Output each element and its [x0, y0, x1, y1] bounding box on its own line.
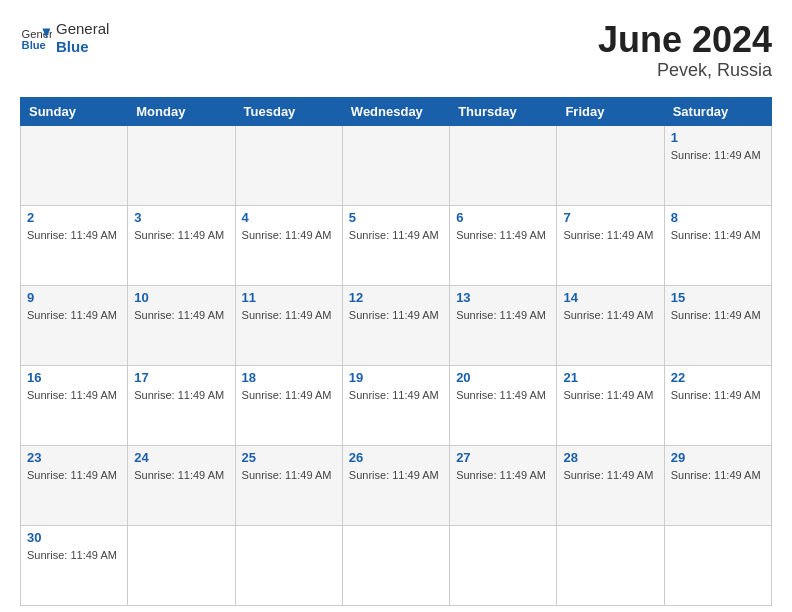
sunrise-text: Sunrise: 11:49 AM: [563, 469, 653, 481]
calendar-cell: 20Sunrise: 11:49 AM: [450, 365, 557, 445]
sunrise-text: Sunrise: 11:49 AM: [671, 469, 761, 481]
calendar-header-tuesday: Tuesday: [235, 97, 342, 125]
day-number: 21: [563, 370, 657, 385]
day-number: 16: [27, 370, 121, 385]
sunrise-text: Sunrise: 11:49 AM: [134, 309, 224, 321]
day-number: 7: [563, 210, 657, 225]
sunrise-text: Sunrise: 11:49 AM: [27, 469, 117, 481]
calendar-header-sunday: Sunday: [21, 97, 128, 125]
calendar-week-row: 1Sunrise: 11:49 AM: [21, 125, 772, 205]
sunrise-text: Sunrise: 11:49 AM: [456, 389, 546, 401]
calendar-header-wednesday: Wednesday: [342, 97, 449, 125]
calendar-cell: 13Sunrise: 11:49 AM: [450, 285, 557, 365]
day-number: 9: [27, 290, 121, 305]
sunrise-text: Sunrise: 11:49 AM: [242, 229, 332, 241]
sunrise-text: Sunrise: 11:49 AM: [563, 309, 653, 321]
day-number: 2: [27, 210, 121, 225]
sunrise-text: Sunrise: 11:49 AM: [671, 389, 761, 401]
day-number: 25: [242, 450, 336, 465]
sunrise-text: Sunrise: 11:49 AM: [134, 469, 224, 481]
month-year-title: June 2024: [598, 20, 772, 60]
day-number: 20: [456, 370, 550, 385]
sunrise-text: Sunrise: 11:49 AM: [563, 389, 653, 401]
calendar-cell: 22Sunrise: 11:49 AM: [664, 365, 771, 445]
sunrise-text: Sunrise: 11:49 AM: [349, 469, 439, 481]
day-number: 14: [563, 290, 657, 305]
day-number: 18: [242, 370, 336, 385]
sunrise-text: Sunrise: 11:49 AM: [242, 309, 332, 321]
sunrise-text: Sunrise: 11:49 AM: [242, 389, 332, 401]
calendar-week-row: 16Sunrise: 11:49 AM17Sunrise: 11:49 AM18…: [21, 365, 772, 445]
calendar-cell: 30Sunrise: 11:49 AM: [21, 525, 128, 605]
day-number: 24: [134, 450, 228, 465]
calendar-cell: 24Sunrise: 11:49 AM: [128, 445, 235, 525]
calendar-cell: [557, 525, 664, 605]
sunrise-text: Sunrise: 11:49 AM: [456, 229, 546, 241]
sunrise-text: Sunrise: 11:49 AM: [27, 309, 117, 321]
day-number: 30: [27, 530, 121, 545]
sunrise-text: Sunrise: 11:49 AM: [27, 549, 117, 561]
sunrise-text: Sunrise: 11:49 AM: [456, 309, 546, 321]
calendar-cell: 26Sunrise: 11:49 AM: [342, 445, 449, 525]
day-number: 10: [134, 290, 228, 305]
day-number: 22: [671, 370, 765, 385]
sunrise-text: Sunrise: 11:49 AM: [671, 309, 761, 321]
sunrise-text: Sunrise: 11:49 AM: [563, 229, 653, 241]
sunrise-text: Sunrise: 11:49 AM: [242, 469, 332, 481]
calendar-header-friday: Friday: [557, 97, 664, 125]
svg-text:Blue: Blue: [22, 39, 46, 51]
day-number: 17: [134, 370, 228, 385]
calendar-cell: 3Sunrise: 11:49 AM: [128, 205, 235, 285]
logo: General Blue General Blue: [20, 20, 109, 56]
sunrise-text: Sunrise: 11:49 AM: [671, 149, 761, 161]
calendar-cell: 28Sunrise: 11:49 AM: [557, 445, 664, 525]
calendar-table: SundayMondayTuesdayWednesdayThursdayFrid…: [20, 97, 772, 606]
calendar-cell: [342, 125, 449, 205]
calendar-header-monday: Monday: [128, 97, 235, 125]
logo-blue-text: Blue: [56, 38, 109, 56]
sunrise-text: Sunrise: 11:49 AM: [349, 309, 439, 321]
calendar-cell: [21, 125, 128, 205]
calendar-cell: 4Sunrise: 11:49 AM: [235, 205, 342, 285]
logo-general-text: General: [56, 20, 109, 38]
calendar-cell: 14Sunrise: 11:49 AM: [557, 285, 664, 365]
day-number: 23: [27, 450, 121, 465]
calendar-week-row: 30Sunrise: 11:49 AM: [21, 525, 772, 605]
calendar-cell: 29Sunrise: 11:49 AM: [664, 445, 771, 525]
calendar-cell: 12Sunrise: 11:49 AM: [342, 285, 449, 365]
calendar-cell: 15Sunrise: 11:49 AM: [664, 285, 771, 365]
calendar-cell: 1Sunrise: 11:49 AM: [664, 125, 771, 205]
calendar-header-saturday: Saturday: [664, 97, 771, 125]
sunrise-text: Sunrise: 11:49 AM: [671, 229, 761, 241]
day-number: 6: [456, 210, 550, 225]
calendar-cell: 18Sunrise: 11:49 AM: [235, 365, 342, 445]
sunrise-text: Sunrise: 11:49 AM: [349, 389, 439, 401]
sunrise-text: Sunrise: 11:49 AM: [134, 389, 224, 401]
calendar-cell: 9Sunrise: 11:49 AM: [21, 285, 128, 365]
calendar-cell: 17Sunrise: 11:49 AM: [128, 365, 235, 445]
calendar-cell: 8Sunrise: 11:49 AM: [664, 205, 771, 285]
calendar-cell: [128, 125, 235, 205]
day-number: 5: [349, 210, 443, 225]
day-number: 8: [671, 210, 765, 225]
calendar-cell: 11Sunrise: 11:49 AM: [235, 285, 342, 365]
sunrise-text: Sunrise: 11:49 AM: [349, 229, 439, 241]
calendar-week-row: 2Sunrise: 11:49 AM3Sunrise: 11:49 AM4Sun…: [21, 205, 772, 285]
calendar-cell: 27Sunrise: 11:49 AM: [450, 445, 557, 525]
calendar-cell: [235, 525, 342, 605]
day-number: 1: [671, 130, 765, 145]
calendar-cell: 23Sunrise: 11:49 AM: [21, 445, 128, 525]
sunrise-text: Sunrise: 11:49 AM: [456, 469, 546, 481]
day-number: 4: [242, 210, 336, 225]
calendar-week-row: 9Sunrise: 11:49 AM10Sunrise: 11:49 AM11S…: [21, 285, 772, 365]
calendar-cell: 21Sunrise: 11:49 AM: [557, 365, 664, 445]
day-number: 13: [456, 290, 550, 305]
calendar-cell: [235, 125, 342, 205]
calendar-cell: 7Sunrise: 11:49 AM: [557, 205, 664, 285]
sunrise-text: Sunrise: 11:49 AM: [27, 229, 117, 241]
calendar-cell: [128, 525, 235, 605]
calendar-cell: 16Sunrise: 11:49 AM: [21, 365, 128, 445]
day-number: 3: [134, 210, 228, 225]
day-number: 15: [671, 290, 765, 305]
calendar-cell: 6Sunrise: 11:49 AM: [450, 205, 557, 285]
